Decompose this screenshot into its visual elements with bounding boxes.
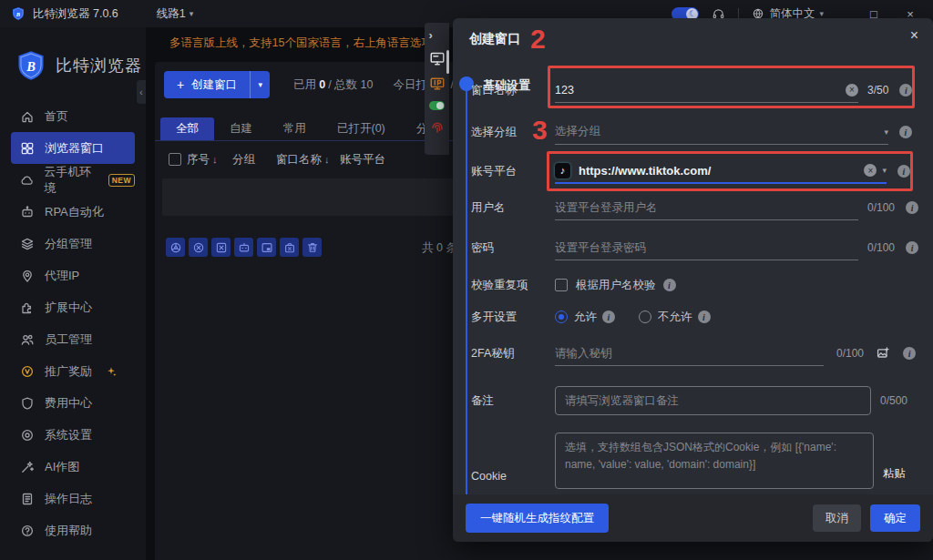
sidebar-item-proxy-ip[interactable]: 代理IP — [11, 260, 135, 291]
batch-proxy-button[interactable] — [166, 238, 185, 257]
sidebar-item-extensions[interactable]: 扩展中心 — [11, 291, 135, 323]
sidebar-item-cloud-phone[interactable]: 云手机环境NEW — [11, 164, 135, 196]
journal-icon — [20, 492, 35, 506]
sidebar-item-home[interactable]: 首页 — [11, 100, 135, 132]
chevron-down-icon: ▾ — [190, 9, 194, 18]
clear-icon[interactable]: × — [846, 84, 858, 97]
column-seq[interactable]: 序号↓ — [187, 152, 218, 168]
sidebar-item-browser-windows[interactable]: 浏览器窗口 — [11, 132, 135, 164]
confirm-button[interactable]: 确定 — [870, 504, 920, 532]
chevron-down-icon: ▾ — [258, 80, 262, 89]
tab-all[interactable]: 全部 — [160, 117, 214, 140]
2fa-label: 2FA秘钥 — [471, 346, 555, 361]
sort-down-icon[interactable]: ↓ — [212, 154, 218, 165]
sidebar-item-label: RPA自动化 — [45, 204, 104, 220]
select-all-checkbox[interactable] — [169, 153, 181, 166]
batch-package-button[interactable] — [280, 238, 299, 257]
info-icon[interactable]: i — [906, 241, 918, 254]
package-icon — [283, 241, 296, 254]
platform-url: https://www.tiktok.com/ — [579, 164, 864, 178]
sidebar-item-promotion[interactable]: 推广奖励 — [11, 355, 135, 387]
announcement-bar: 多语言版上线，支持15个国家语言，右上角语言选项处切换 — [157, 36, 430, 51]
remark-input[interactable] — [555, 386, 871, 415]
info-icon[interactable]: i — [899, 126, 912, 138]
sidebar-item-label: 扩展中心 — [45, 300, 92, 316]
group-select[interactable]: 选择分组 ▾ — [555, 120, 888, 145]
batch-close-window-button[interactable] — [211, 238, 231, 257]
password-input[interactable] — [555, 241, 858, 254]
tiktok-icon: ♪ — [555, 163, 570, 178]
batch-close-button[interactable] — [189, 238, 208, 257]
allow-radio[interactable] — [555, 311, 568, 323]
new-badge: NEW — [108, 174, 135, 187]
cancel-button[interactable]: 取消 — [813, 504, 861, 532]
proxy-ip-icon[interactable] — [429, 76, 446, 92]
dialog-close-button[interactable]: × — [910, 27, 918, 44]
window-layout-icon — [261, 241, 273, 254]
toggle-switch-icon[interactable] — [429, 101, 445, 110]
batch-rpa-button[interactable] — [234, 238, 253, 257]
stat-used: 已用0/ 总数 10 — [293, 77, 373, 93]
close-square-icon — [215, 241, 228, 254]
clear-icon[interactable]: × — [864, 164, 877, 177]
chevron-down-icon[interactable]: ▾ — [884, 127, 888, 137]
create-window-button[interactable]: +创建窗口 ▾ — [164, 71, 270, 98]
sidebar-item-groups[interactable]: 分组管理 — [11, 228, 135, 260]
sidebar-item-billing[interactable]: 费用中心 — [11, 387, 135, 419]
tab-opened[interactable]: 已打开(0) — [322, 117, 401, 140]
line-selector-label: 线路1 — [157, 6, 186, 22]
sidebar-item-settings[interactable]: 系统设置 — [11, 419, 135, 451]
create-window-label: 创建窗口 — [191, 77, 237, 93]
info-icon[interactable]: i — [602, 311, 615, 323]
group-label: 选择分组 — [471, 125, 555, 140]
app-logo-icon: B — [11, 6, 26, 21]
chevron-right-icon[interactable]: › — [429, 28, 446, 41]
fingerprint-icon[interactable] — [429, 119, 446, 136]
tab-frequent[interactable]: 常用 — [268, 117, 322, 140]
generate-fingerprint-button[interactable]: 一键随机生成指纹配置 — [466, 504, 609, 533]
batch-window-button[interactable] — [257, 238, 276, 257]
info-icon[interactable]: i — [663, 279, 676, 291]
column-platform: 账号平台 — [340, 152, 385, 168]
line-selector[interactable]: 线路1 ▾ — [157, 6, 193, 22]
gear-icon — [20, 428, 35, 443]
window-settings-icon[interactable] — [429, 50, 446, 66]
window-name-input[interactable] — [555, 84, 846, 97]
scan-qr-icon[interactable] — [876, 346, 890, 361]
brand-name: 比特浏览器 — [56, 55, 142, 76]
chevron-down-icon[interactable]: ▾ — [882, 166, 887, 175]
platform-select[interactable]: ♪ https://www.tiktok.com/ × ▾ — [555, 159, 887, 184]
dialog-title: 创建窗口 — [469, 31, 520, 47]
quick-toolbar: › — [425, 23, 449, 155]
sidebar-item-label: AI作图 — [45, 459, 79, 475]
sidebar-item-employees[interactable]: 员工管理 — [11, 323, 135, 355]
sort-down-icon[interactable]: ↓ — [324, 154, 330, 165]
announcement-text: 多语言版上线，支持15个国家语言，右上角语言选项处切换 — [169, 36, 430, 51]
sidebar-item-help[interactable]: 使用帮助 — [11, 514, 135, 546]
dedupe-checkbox[interactable] — [555, 279, 568, 291]
field-multiopen: 多开设置 允许 i 不允许 i — [471, 302, 915, 331]
info-icon[interactable]: i — [698, 311, 711, 323]
puzzle-icon — [20, 300, 35, 315]
info-icon[interactable]: i — [897, 165, 910, 178]
svg-text:B: B — [15, 11, 21, 17]
tab-self-built[interactable]: 自建 — [214, 117, 268, 140]
medal-icon — [20, 364, 35, 379]
cookie-textarea[interactable] — [555, 433, 874, 489]
field-2fa: 2FA秘钥 0/100 i — [471, 339, 915, 368]
username-input[interactable] — [555, 201, 858, 214]
sidebar-item-rpa[interactable]: RPA自动化 — [11, 196, 135, 228]
create-window-dropdown[interactable]: ▾ — [250, 71, 270, 98]
column-window-name[interactable]: 窗口名称↓ — [276, 152, 330, 168]
sidebar-item-ai-drawing[interactable]: AI作图 — [11, 451, 135, 483]
2fa-input[interactable] — [555, 347, 824, 360]
info-icon[interactable]: i — [903, 347, 916, 360]
field-window-name: 窗口名称 × 3/50 i — [471, 76, 915, 105]
sidebar-item-logs[interactable]: 操作日志 — [11, 483, 135, 514]
info-icon[interactable]: i — [899, 84, 912, 97]
info-icon[interactable]: i — [906, 201, 918, 214]
batch-delete-button[interactable] — [302, 238, 322, 257]
paste-button[interactable]: 粘贴 — [883, 466, 906, 482]
deny-radio[interactable] — [639, 311, 651, 323]
dedupe-option-label: 根据用户名校验 — [576, 278, 656, 293]
